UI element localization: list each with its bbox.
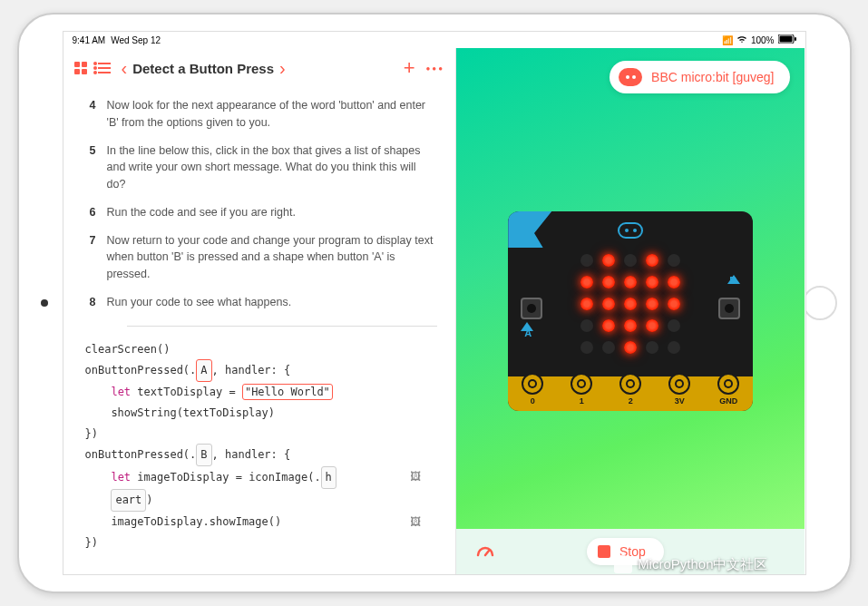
instruction-step: 8Run your code to see what happens. xyxy=(82,288,438,317)
token-icon-h: h xyxy=(321,466,336,489)
led xyxy=(668,254,680,267)
step-text: Now look for the next appearance of the … xyxy=(107,97,438,132)
device-pill[interactable]: BBC micro:bit [guveg] xyxy=(610,61,790,93)
simulator-panel: BBC micro:bit [guveg] A B 0123VGND xyxy=(456,48,805,574)
token-button-a: A xyxy=(196,359,211,382)
wifi-icon xyxy=(736,34,747,45)
led xyxy=(580,319,593,332)
led xyxy=(624,254,637,267)
microbit-board: A B 0123VGND xyxy=(508,211,753,411)
grid-view-icon[interactable] xyxy=(74,62,87,74)
code-line: let textToDisplay = "Hello World" xyxy=(85,382,438,403)
pin-label: 2 xyxy=(629,396,633,406)
instruction-step: 5In the line below this, click in the bo… xyxy=(82,137,438,199)
pin-label: 1 xyxy=(580,396,584,406)
led xyxy=(668,276,680,288)
token-icon-eart: eart xyxy=(111,489,146,512)
code-line: imageToDisplay.showImage()🖼 xyxy=(85,512,438,533)
code-line: onButtonPressed(.A, handler: { xyxy=(85,359,438,382)
led xyxy=(668,341,680,354)
screen: 9:41 AM Wed Sep 12 📶 100% xyxy=(63,31,806,575)
step-number: 7 xyxy=(82,232,96,283)
back-chevron-icon[interactable]: ‹ xyxy=(122,58,128,79)
watermark-text: MicroPython中文社区 xyxy=(638,556,767,573)
forward-chevron-icon[interactable]: › xyxy=(279,58,286,79)
pin-3v xyxy=(668,373,690,395)
pin-1 xyxy=(571,373,592,395)
led xyxy=(602,276,615,288)
app-body: ‹ Detect a Button Press › + ●●● 4Now loo… xyxy=(63,48,805,574)
code-line: showString(textToDisplay) xyxy=(85,403,438,424)
step-text: Run the code and see if you are right. xyxy=(107,204,296,221)
device-label: BBC micro:bit [guveg] xyxy=(651,70,774,84)
divider xyxy=(127,326,438,327)
list-view-icon[interactable] xyxy=(98,63,111,73)
code-line: eart) xyxy=(85,489,438,512)
nav-group: ‹ Detect a Button Press › xyxy=(122,58,286,79)
led xyxy=(624,298,637,310)
label-b: B xyxy=(729,275,736,286)
board-wrap: A B 0123VGND xyxy=(456,93,805,529)
step-text: Now return to your code and change your … xyxy=(107,232,438,283)
instruction-step: 6Run the code and see if you are right. xyxy=(82,199,438,227)
home-button[interactable] xyxy=(803,286,837,320)
battery-percent: 100% xyxy=(751,35,775,45)
token-string: "Hello World" xyxy=(242,384,333,400)
button-b[interactable] xyxy=(718,298,740,319)
wechat-icon xyxy=(614,557,632,573)
signal-icon: 📶 xyxy=(722,35,733,45)
led xyxy=(580,254,593,267)
led xyxy=(580,298,593,310)
instruction-step: 4Now look for the next appearance of the… xyxy=(82,92,438,137)
led xyxy=(602,319,615,332)
pin-0 xyxy=(522,373,543,395)
more-icon[interactable]: ●●● xyxy=(426,64,445,73)
code-line: onButtonPressed(.B, handler: { xyxy=(85,444,438,466)
led xyxy=(602,298,615,310)
code-line: clearScreen() xyxy=(85,339,438,360)
token-button-b: B xyxy=(196,444,211,466)
status-date: Wed Sep 12 xyxy=(111,35,161,45)
led xyxy=(668,298,680,310)
pin-2 xyxy=(619,373,641,395)
board-corner xyxy=(508,211,551,248)
code-line: }) xyxy=(85,424,438,445)
image-picker-icon[interactable]: 🖼 xyxy=(410,466,421,487)
svg-rect-2 xyxy=(795,37,796,41)
code-editor[interactable]: clearScreen() onButtonPressed(.A, handle… xyxy=(82,339,438,553)
led xyxy=(646,254,658,267)
led xyxy=(602,341,615,354)
stop-icon xyxy=(598,545,610,558)
camera-icon xyxy=(41,299,48,307)
edge-connector: 0123VGND xyxy=(508,376,753,411)
status-time: 9:41 AM xyxy=(73,35,106,45)
add-button[interactable]: + xyxy=(404,56,415,80)
svg-rect-1 xyxy=(779,36,792,43)
status-bar: 9:41 AM Wed Sep 12 📶 100% xyxy=(63,32,805,48)
step-text: In the line below this, click in the box… xyxy=(107,142,438,193)
led xyxy=(624,319,637,332)
led xyxy=(646,298,658,310)
led xyxy=(646,319,658,332)
gauge-icon[interactable] xyxy=(474,541,496,562)
led xyxy=(646,276,658,288)
pin-label: 3V xyxy=(675,396,685,406)
led xyxy=(624,341,637,354)
microbit-logo-icon xyxy=(618,222,643,239)
button-a[interactable] xyxy=(521,298,542,319)
instruction-step: 7Now return to your code and change your… xyxy=(82,227,438,288)
watermark: MicroPython中文社区 xyxy=(614,556,767,573)
label-a: A xyxy=(524,327,532,338)
led xyxy=(668,319,680,332)
battery-icon xyxy=(778,34,796,45)
step-number: 4 xyxy=(82,97,96,132)
image-picker-icon[interactable]: 🖼 xyxy=(410,512,421,533)
ipad-frame: 9:41 AM Wed Sep 12 📶 100% xyxy=(17,13,852,593)
step-number: 6 xyxy=(82,204,96,221)
svg-line-3 xyxy=(485,551,489,555)
code-line: }) xyxy=(85,533,438,553)
led xyxy=(580,341,593,354)
step-number: 5 xyxy=(82,142,96,193)
instructions-content: 4Now look for the next appearance of the… xyxy=(63,88,456,574)
led-matrix xyxy=(579,252,682,356)
